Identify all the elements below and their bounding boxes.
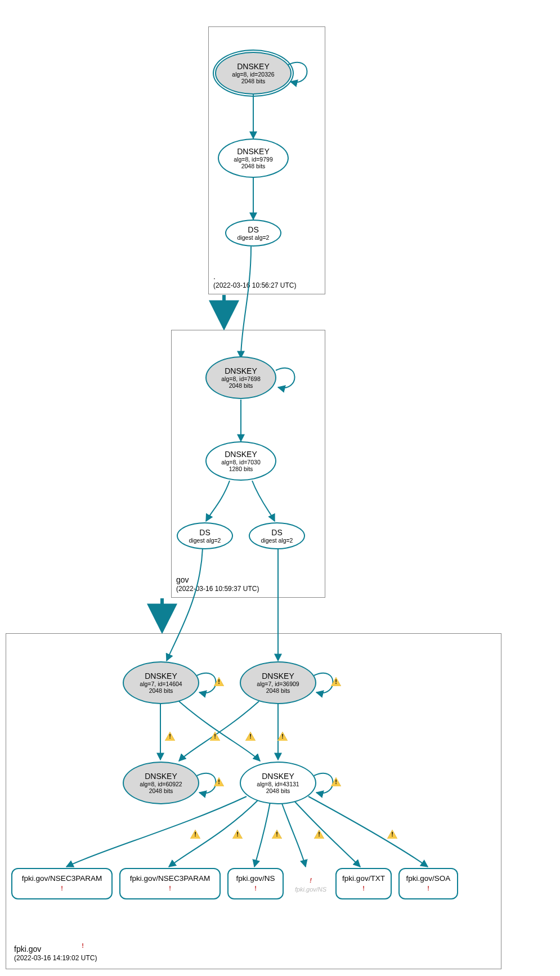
rrset-nsec3param-2: fpki.gov/NSEC3PARAM !	[119, 868, 221, 899]
node-sub2: 2048 bits	[229, 382, 253, 389]
warning-icon: !	[277, 732, 288, 741]
error-icon: !	[57, 884, 67, 893]
node-title: DNSKEY	[145, 671, 177, 680]
node-sub1: alg=8, id=60922	[140, 781, 182, 787]
warning-icon: !	[165, 732, 175, 741]
node-sub1: alg=8, id=9799	[234, 156, 272, 163]
node-sub2: 2048 bits	[241, 163, 266, 169]
node-title: DNSKEY	[237, 62, 270, 71]
node-title: DS	[271, 528, 282, 537]
dnskey-root-ksk: DNSKEY alg=8, id=20326 2048 bits	[215, 52, 292, 95]
dnskey-fpki-k3: DNSKEY alg=8, id=60922 2048 bits	[123, 762, 199, 804]
rrset-label: fpki.gov/TXT	[342, 874, 385, 883]
dnskey-fpki-k4: DNSKEY alg=8, id=43131 2048 bits	[240, 762, 316, 804]
rrset-label: fpki.gov/NS	[236, 874, 275, 883]
node-sub2: 2048 bits	[241, 78, 266, 84]
warning-icon: !	[314, 830, 324, 839]
dnskey-fpki-k2: DNSKEY alg=7, id=36909 2048 bits	[240, 661, 316, 704]
warning-icon: !	[214, 777, 224, 786]
rrset-label: fpki.gov/NS	[295, 886, 326, 893]
error-icon: !	[78, 941, 88, 950]
dnskey-fpki-k1: DNSKEY alg=7, id=14604 2048 bits	[123, 661, 199, 704]
node-sub1: digest alg=2	[238, 234, 270, 241]
node-title: DS	[248, 225, 258, 234]
zone-gov-label: gov (2022-03-16 10:59:37 UTC)	[176, 575, 259, 594]
rrset-soa: fpki.gov/SOA !	[398, 868, 458, 899]
dnskey-gov-ksk: DNSKEY alg=8, id=7698 2048 bits	[205, 356, 276, 399]
node-sub2: 2048 bits	[149, 787, 173, 794]
warning-icon: !	[331, 677, 341, 686]
zone-root-label: . (2022-03-16 10:56:27 UTC)	[213, 271, 296, 290]
ds-gov-1: DS digest alg=2	[177, 522, 233, 549]
node-title: DS	[199, 528, 210, 537]
rrset-label: fpki.gov/NSEC3PARAM	[130, 874, 210, 883]
zone-ts: (2022-03-16 10:56:27 UTC)	[213, 281, 296, 290]
dnskey-root-zsk: DNSKEY alg=8, id=9799 2048 bits	[218, 138, 289, 178]
error-icon: !	[423, 884, 433, 893]
rrset-ns-insecure: ! fpki.gov/NS	[290, 876, 331, 893]
error-icon: !	[306, 876, 316, 885]
zone-ts: (2022-03-16 10:59:37 UTC)	[176, 585, 259, 594]
node-sub1: alg=7, id=36909	[257, 680, 299, 687]
ds-gov-2: DS digest alg=2	[249, 522, 305, 549]
warning-icon: !	[245, 732, 256, 741]
node-sub1: alg=8, id=7030	[221, 459, 260, 465]
node-sub2: 2048 bits	[266, 687, 290, 694]
node-sub1: alg=8, id=7698	[221, 375, 260, 382]
rrset-txt: fpki.gov/TXT !	[335, 868, 392, 899]
ds-root: DS digest alg=2	[225, 220, 281, 247]
error-icon: !	[359, 884, 369, 893]
node-title: DNSKEY	[262, 671, 294, 680]
warning-icon: !	[272, 830, 282, 839]
node-title: DNSKEY	[225, 450, 257, 459]
rrset-ns: fpki.gov/NS !	[227, 868, 284, 899]
node-sub1: alg=8, id=43131	[257, 781, 299, 787]
warning-icon: !	[210, 732, 220, 741]
node-title: DNSKEY	[262, 772, 294, 781]
node-title: DNSKEY	[145, 772, 177, 781]
zone-ts: (2022-03-16 14:19:02 UTC)	[14, 954, 97, 963]
zone-name: gov	[176, 575, 259, 585]
error-icon: !	[250, 884, 261, 893]
rrset-label: fpki.gov/SOA	[406, 874, 451, 883]
node-sub2: 1280 bits	[229, 465, 253, 472]
warning-icon: !	[214, 677, 224, 686]
dnskey-gov-zsk: DNSKEY alg=8, id=7030 1280 bits	[205, 441, 276, 481]
node-sub1: digest alg=2	[189, 537, 221, 544]
warning-icon: !	[190, 830, 200, 839]
warning-icon: !	[232, 830, 243, 839]
node-sub1: alg=8, id=20326	[232, 71, 274, 78]
error-icon: !	[165, 884, 175, 893]
node-sub1: digest alg=2	[261, 537, 293, 544]
node-sub1: alg=7, id=14604	[140, 680, 182, 687]
zone-name: .	[213, 271, 296, 281]
rrset-nsec3param-1: fpki.gov/NSEC3PARAM !	[11, 868, 113, 899]
rrset-label: fpki.gov/NSEC3PARAM	[22, 874, 102, 883]
warning-icon: !	[331, 777, 341, 786]
warning-icon: !	[387, 830, 397, 839]
node-sub2: 2048 bits	[266, 787, 290, 794]
node-title: DNSKEY	[225, 366, 257, 375]
node-title: DNSKEY	[237, 147, 270, 156]
node-sub2: 2048 bits	[149, 687, 173, 694]
